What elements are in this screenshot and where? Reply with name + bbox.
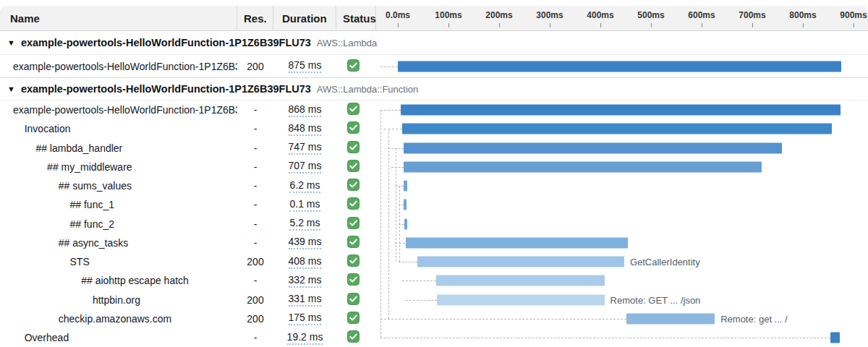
timeline-bar[interactable] — [626, 313, 715, 324]
bar-label: Remote: get ... / — [720, 313, 788, 324]
collapse-triangle-icon[interactable]: ▼ — [7, 85, 15, 93]
timeline-bar[interactable] — [404, 142, 782, 153]
duration-value[interactable]: 408 ms — [289, 255, 322, 269]
check-icon — [347, 121, 359, 136]
segment-name: httpbin.org — [0, 294, 237, 306]
check-icon — [347, 59, 359, 74]
duration-cell: 707 ms — [273, 160, 336, 174]
duration-value[interactable]: 175 ms — [289, 312, 322, 325]
check-icon — [347, 179, 359, 193]
duration-value[interactable]: 875 ms — [289, 59, 322, 73]
row-chart — [376, 139, 868, 158]
response-code: - — [237, 104, 273, 116]
check-icon — [347, 254, 359, 269]
duration-cell: 439 ms — [273, 236, 336, 249]
status-cell — [336, 330, 376, 345]
duration-value[interactable]: 707 ms — [289, 160, 322, 174]
response-code: - — [237, 142, 273, 154]
tick-mark-icon — [803, 23, 804, 27]
group-header[interactable]: ▼example-powertools-HelloWorldFunction-1… — [0, 77, 868, 100]
response-code: 200 — [237, 313, 273, 325]
response-code: 200 — [237, 294, 273, 306]
timeline-bar[interactable] — [437, 294, 605, 305]
tick-mark-icon — [398, 23, 399, 27]
trace-row[interactable]: Invocation-848 ms — [0, 119, 868, 138]
tick-label: 100ms — [435, 10, 461, 20]
duration-value[interactable]: 331 ms — [289, 293, 322, 307]
timeline-bar[interactable] — [404, 181, 407, 192]
duration-value[interactable]: 5.2 ms — [289, 217, 320, 231]
trace-row[interactable]: ## sums_values-6.2 ms — [0, 176, 868, 195]
timeline-bar[interactable] — [406, 237, 628, 248]
status-cell — [336, 254, 376, 269]
tick-label: 700ms — [739, 10, 765, 20]
tree-connector — [399, 262, 417, 262]
segment-name: ## func_2 — [0, 218, 237, 230]
trace-row[interactable]: ## my_middleware-707 ms — [0, 158, 868, 176]
check-icon — [347, 273, 359, 288]
tick-label: 300ms — [536, 10, 563, 20]
row-chart — [376, 55, 868, 77]
group-header[interactable]: ▼example-powertools-HelloWorldFunction-1… — [0, 31, 868, 55]
trace-row[interactable]: ## lambda_handler-747 ms — [0, 139, 868, 158]
segment-name: ## sums_values — [0, 180, 237, 192]
trace-row[interactable]: httpbin.org200331 msRemote: GET ... /jso… — [0, 291, 868, 309]
duration-value[interactable]: 439 ms — [289, 236, 322, 249]
trace-row[interactable]: ## aiohttp escape hatch-332 ms — [0, 271, 868, 290]
row-chart: Remote: GET ... /json — [376, 291, 868, 309]
timeline-bar[interactable] — [404, 218, 407, 229]
segment-name: ## my_middleware — [0, 161, 237, 173]
row-chart — [376, 328, 868, 347]
timeline-bar[interactable] — [404, 161, 762, 172]
duration-value[interactable]: 0.1 ms — [289, 198, 320, 212]
duration-value[interactable]: 747 ms — [289, 141, 322, 155]
trace-body: ▼example-powertools-HelloWorldFunction-1… — [0, 31, 868, 347]
check-icon — [347, 103, 359, 117]
timeline-bar[interactable] — [402, 124, 832, 134]
duration-cell: 0.1 ms — [273, 198, 336, 212]
duration-cell: 19.2 ms — [273, 331, 336, 345]
row-chart — [376, 100, 868, 119]
trace-row[interactable]: Overhead-19.2 ms — [0, 328, 868, 347]
column-header-status: Status — [336, 6, 376, 30]
trace-row[interactable]: ## func_1-0.1 ms — [0, 195, 868, 214]
tick-label: 600ms — [688, 10, 715, 20]
tick-mark-icon — [499, 23, 500, 27]
trace-row[interactable]: STS200408 msGetCallerIdentity — [0, 252, 868, 271]
trace-row[interactable]: example-powertools-HelloWorldFunction-1P… — [0, 100, 868, 119]
duration-value[interactable]: 19.2 ms — [287, 331, 323, 345]
column-header: Name Res. Duration Status 0.0ms100ms200m… — [0, 6, 868, 31]
row-chart — [376, 234, 868, 252]
tick-mark-icon — [854, 23, 854, 27]
status-cell — [336, 312, 376, 326]
tick-mark-icon — [448, 23, 449, 27]
segment-name: ## func_1 — [0, 199, 237, 210]
timeline-bar[interactable] — [404, 200, 407, 210]
collapse-triangle-icon[interactable]: ▼ — [7, 38, 15, 47]
row-chart: Remote: get ... / — [376, 309, 868, 328]
group-title: example-powertools-HelloWorldFunction-1P… — [21, 83, 311, 95]
timeline-ruler: 0.0ms100ms200ms300ms400ms500ms600ms700ms… — [376, 6, 868, 30]
column-header-duration: Duration — [273, 6, 336, 30]
trace-row[interactable]: ## func_2-5.2 ms — [0, 215, 868, 234]
tree-connector — [406, 300, 437, 301]
duration-value[interactable]: 6.2 ms — [289, 179, 320, 193]
tick-mark-icon — [702, 23, 702, 27]
duration-value[interactable]: 868 ms — [289, 103, 322, 117]
timeline-bar[interactable] — [417, 257, 624, 267]
timeline-bar[interactable] — [436, 275, 604, 286]
trace-timeline-panel: Name Res. Duration Status 0.0ms100ms200m… — [0, 0, 868, 347]
trace-row[interactable]: example-powertools-HelloWorldFunction-1P… — [0, 55, 868, 77]
tree-connector — [395, 186, 404, 187]
duration-cell: 175 ms — [273, 312, 336, 325]
timeline-bar[interactable] — [398, 61, 841, 72]
trace-row[interactable]: ## async_tasks-439 ms — [0, 234, 868, 252]
status-cell — [336, 197, 376, 212]
duration-value[interactable]: 848 ms — [289, 122, 322, 136]
trace-row[interactable]: checkip.amazonaws.com200175 msRemote: ge… — [0, 309, 868, 328]
status-cell — [336, 59, 376, 74]
duration-value[interactable]: 332 ms — [289, 274, 322, 288]
duration-cell: 875 ms — [273, 59, 336, 73]
timeline-bar[interactable] — [401, 105, 841, 116]
timeline-bar[interactable] — [830, 333, 840, 343]
